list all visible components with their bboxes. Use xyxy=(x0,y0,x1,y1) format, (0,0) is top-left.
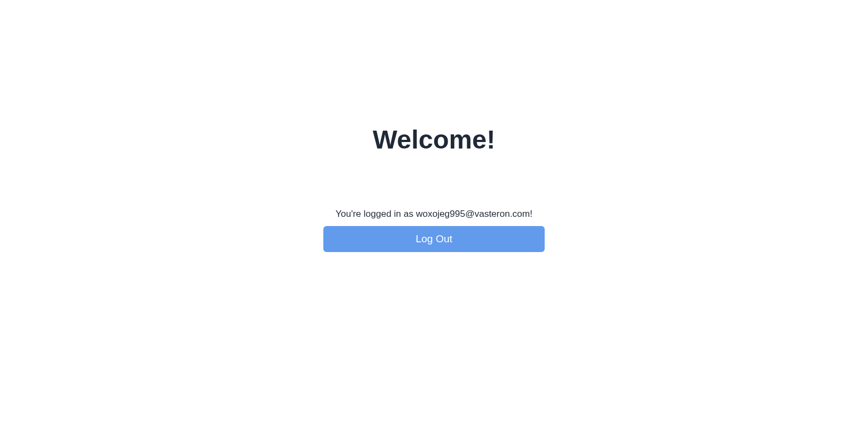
status-suffix: ! xyxy=(530,209,533,219)
logout-button[interactable]: Log Out xyxy=(323,226,545,252)
welcome-container: Welcome! You're logged in as woxojeg995@… xyxy=(323,125,545,252)
page-title: Welcome! xyxy=(373,125,495,154)
status-prefix: You're logged in as xyxy=(336,209,416,219)
user-email: woxojeg995@vasteron.com xyxy=(416,209,530,219)
login-status-text: You're logged in as woxojeg995@vasteron.… xyxy=(336,209,533,220)
